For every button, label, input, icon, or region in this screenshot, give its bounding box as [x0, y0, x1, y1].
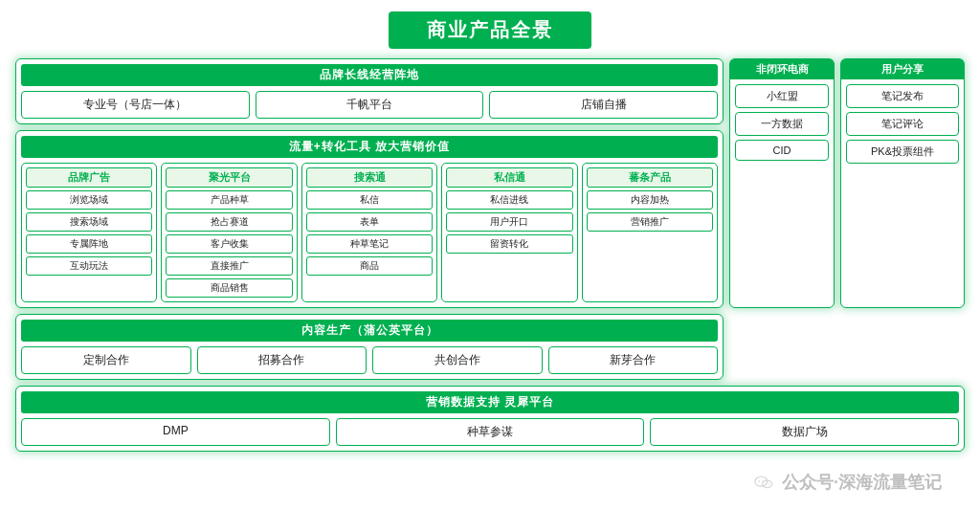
flow-col-0-item-2: 专属阵地 [26, 234, 152, 254]
flow-col-1-item-1: 抢占赛道 [166, 212, 292, 232]
content-item-0: 定制合作 [21, 346, 191, 374]
content-item-1: 招募合作 [197, 346, 368, 374]
flow-col-3-item-1: 用户开口 [446, 212, 572, 232]
flow-col-2-item-1: 表单 [306, 212, 433, 232]
flow-col-3-item-2: 留资转化 [446, 234, 572, 254]
flow-col-2-item-2: 种草笔记 [306, 234, 433, 254]
brand-item-2: 店铺自播 [489, 91, 718, 119]
flow-col-0-item-1: 搜索场域 [26, 212, 152, 232]
svg-point-2 [762, 480, 764, 482]
user-share-item-0: 笔记发布 [846, 84, 959, 108]
flow-col-2-header: 搜索通 [306, 167, 433, 188]
flow-col-4-header: 蕃条产品 [587, 167, 713, 188]
non-loop-items: 小红盟 一方数据 CID [730, 79, 834, 166]
flow-col-1: 聚光平台 产品种草 抢占赛道 客户收集 直接推广 商品销售 [161, 163, 297, 302]
main-title-container: 商业产品全景 [15, 11, 965, 49]
flow-section-header: 流量+转化工具 放大营销价值 [21, 136, 718, 158]
page-wrapper: 商业产品全景 品牌长线经营阵地 专业号（号店一体） 千帆平台 店铺自播 非闭环电… [0, 0, 980, 532]
brand-section: 品牌长线经营阵地 专业号（号店一体） 千帆平台 店铺自播 [15, 58, 724, 124]
svg-point-5 [768, 483, 768, 484]
flow-col-4-items: 内容加热 营销推广 [587, 190, 713, 232]
user-share-items: 笔记发布 笔记评论 PK&投票组件 [841, 79, 964, 168]
data-section: 营销数据支持 灵犀平台 DMP 种草参谋 数据广场 [15, 386, 965, 452]
non-loop-item-1: 一方数据 [735, 112, 829, 136]
brand-items-row: 专业号（号店一体） 千帆平台 店铺自播 [21, 91, 718, 119]
non-loop-header: 非闭环电商 [730, 59, 834, 79]
watermark-text: 公众号·深海流量笔记 [782, 473, 942, 492]
flow-col-1-item-3: 直接推广 [166, 256, 292, 276]
flow-col-0-item-0: 浏览场域 [26, 190, 152, 210]
user-share-item-1: 笔记评论 [846, 112, 959, 136]
svg-point-4 [766, 483, 767, 484]
flow-col-3-items: 私信进线 用户开口 留资转化 [446, 190, 572, 254]
flow-col-2-items: 私信 表单 种草笔记 商品 [306, 190, 433, 276]
watermark: 公众号·深海流量笔记 [753, 471, 942, 494]
flow-col-3-header: 私信通 [446, 167, 572, 188]
non-loop-section: 非闭环电商 小红盟 一方数据 CID [729, 58, 835, 308]
flow-col-0: 品牌广告 浏览场域 搜索场域 专属阵地 互动玩法 [21, 163, 157, 302]
flow-col-4: 蕃条产品 内容加热 营销推广 [582, 163, 718, 302]
flow-col-2-item-0: 私信 [306, 190, 433, 210]
data-item-1: 种草参谋 [336, 418, 645, 446]
data-item-0: DMP [21, 418, 330, 446]
flow-col-4-item-0: 内容加热 [587, 190, 713, 210]
flow-col-4-item-1: 营销推广 [587, 212, 713, 232]
brand-section-header: 品牌长线经营阵地 [21, 64, 718, 86]
flow-columns: 品牌广告 浏览场域 搜索场域 专属阵地 互动玩法 聚光平台 产品种草 抢占赛道 … [21, 163, 718, 302]
brand-item-0: 专业号（号店一体） [21, 91, 250, 119]
main-title: 商业产品全景 [389, 11, 591, 49]
brand-item-1: 千帆平台 [256, 91, 484, 119]
content-item-2: 共创合作 [372, 346, 543, 374]
flow-col-1-item-4: 商品销售 [166, 278, 292, 298]
flow-col-1-header: 聚光平台 [166, 167, 292, 188]
flow-col-3-item-0: 私信进线 [446, 190, 572, 210]
non-loop-item-2: CID [735, 140, 829, 161]
user-share-section: 用户分享 笔记发布 笔记评论 PK&投票组件 [840, 58, 965, 308]
content-section: 内容生产（蒲公英平台） 定制合作 招募合作 共创合作 新芽合作 [15, 314, 724, 380]
flow-col-1-items: 产品种草 抢占赛道 客户收集 直接推广 商品销售 [166, 190, 292, 298]
flow-col-0-header: 品牌广告 [26, 167, 152, 188]
flow-col-2-item-3: 商品 [306, 256, 433, 276]
data-items-row: DMP 种草参谋 数据广场 [21, 418, 959, 446]
data-section-header: 营销数据支持 灵犀平台 [21, 391, 959, 413]
content-section-header: 内容生产（蒲公英平台） [21, 320, 718, 342]
flow-col-3: 私信通 私信进线 用户开口 留资转化 [441, 163, 577, 302]
svg-point-0 [755, 477, 768, 486]
user-share-item-2: PK&投票组件 [846, 140, 959, 164]
svg-point-1 [758, 480, 760, 482]
svg-point-3 [763, 480, 772, 487]
flow-section: 流量+转化工具 放大营销价值 品牌广告 浏览场域 搜索场域 专属阵地 互动玩法 … [15, 130, 724, 308]
flow-col-1-item-2: 客户收集 [166, 234, 292, 254]
content-item-3: 新芽合作 [548, 346, 719, 374]
flow-col-0-items: 浏览场域 搜索场域 专属阵地 互动玩法 [26, 190, 152, 276]
data-item-2: 数据广场 [650, 418, 959, 446]
flow-col-2: 搜索通 私信 表单 种草笔记 商品 [301, 163, 437, 302]
non-loop-item-0: 小红盟 [735, 84, 829, 108]
user-share-header: 用户分享 [841, 59, 964, 79]
flow-col-0-item-3: 互动玩法 [26, 256, 152, 276]
flow-col-1-item-0: 产品种草 [166, 190, 292, 210]
content-items-row: 定制合作 招募合作 共创合作 新芽合作 [21, 346, 718, 374]
